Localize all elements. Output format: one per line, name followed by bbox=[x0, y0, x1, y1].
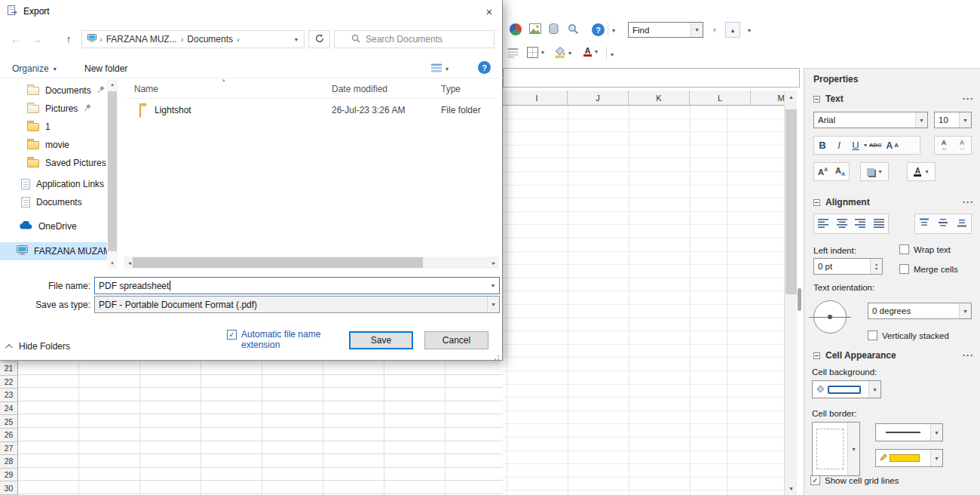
vertically-stacked-checkbox[interactable] bbox=[868, 331, 877, 340]
save-as-type-select[interactable]: PDF - Portable Document Format (.pdf) ▾ bbox=[94, 296, 500, 313]
row-headers[interactable]: 21 22 23 24 25 26 27 28 29 30 bbox=[0, 361, 18, 495]
align-left-icon[interactable] bbox=[818, 218, 828, 230]
italic-button[interactable]: I bbox=[831, 137, 847, 154]
font-color-button[interactable]: A ▾ bbox=[583, 47, 598, 57]
back-button[interactable]: ← bbox=[8, 31, 24, 48]
column-header-name[interactable]: Name bbox=[134, 84, 158, 94]
align-top-icon[interactable] bbox=[920, 218, 929, 229]
tree-item-1[interactable]: 1 bbox=[0, 118, 107, 136]
degrees-combo[interactable]: 0 degrees ▾ bbox=[868, 303, 972, 319]
scroll-right-arrow[interactable]: ▸ bbox=[488, 257, 499, 269]
section-header-alignment[interactable]: Alignment bbox=[813, 197, 870, 208]
collapse-icon[interactable] bbox=[813, 96, 820, 103]
file-row-lightshot[interactable]: Lightshot 26-Jul-23 3:26 AM File folder bbox=[124, 101, 499, 119]
merge-cells-option[interactable]: Merge cells bbox=[899, 264, 958, 274]
dialog-help-icon[interactable]: ? bbox=[478, 61, 491, 74]
merge-cells-checkbox[interactable] bbox=[899, 264, 909, 274]
toolbar-overflow-icon[interactable]: ▾ bbox=[612, 27, 615, 34]
wrap-text-checkbox[interactable] bbox=[899, 244, 909, 254]
zoom-icon[interactable] bbox=[568, 23, 579, 37]
align-bottom-icon[interactable] bbox=[957, 218, 966, 229]
spinner-arrows[interactable]: ▴▾ bbox=[870, 259, 882, 274]
chevron-down-icon[interactable]: ▾ bbox=[930, 424, 942, 441]
freeze-panes-icon[interactable] bbox=[507, 48, 519, 60]
borders-button[interactable]: ▾ bbox=[527, 47, 544, 58]
align-vcenter-icon[interactable] bbox=[939, 218, 948, 229]
find-input[interactable]: Find ▾ bbox=[628, 22, 703, 38]
row-header[interactable]: 25 bbox=[0, 415, 17, 429]
increase-spacing-icon[interactable]: A↔ bbox=[941, 140, 947, 152]
column-header-date-modified[interactable]: Date modified bbox=[332, 84, 387, 94]
show-grid-lines-checkbox[interactable]: ✓ bbox=[810, 475, 820, 485]
vertically-stacked-option[interactable]: Vertically stacked bbox=[868, 331, 949, 340]
sidebar-font-color-button[interactable]: A ▾ bbox=[907, 162, 936, 181]
new-folder-button[interactable]: New folder bbox=[84, 62, 127, 75]
column-header[interactable]: I bbox=[507, 91, 568, 105]
file-name-input[interactable]: PDF spreadsheet ▾ bbox=[94, 277, 500, 294]
border-preset-button[interactable]: ▾ bbox=[812, 422, 860, 476]
chevron-down-icon[interactable]: ▾ bbox=[691, 23, 703, 37]
align-justify-icon[interactable] bbox=[874, 218, 884, 230]
decrease-spacing-icon[interactable]: A↔ bbox=[959, 140, 965, 152]
collapse-icon[interactable] bbox=[813, 199, 820, 206]
more-options-icon[interactable]: ··· bbox=[963, 197, 974, 208]
chevron-down-icon[interactable]: ▾ bbox=[915, 112, 927, 128]
column-header[interactable]: K bbox=[629, 91, 690, 105]
section-header-text[interactable]: Text bbox=[813, 94, 844, 104]
chevron-down-icon[interactable]: ▾ bbox=[930, 450, 942, 466]
indent-spinner[interactable]: 0 pt ▴▾ bbox=[813, 258, 883, 275]
scrollbar-thumb[interactable] bbox=[108, 91, 117, 251]
cell-background-button[interactable]: ▾ bbox=[812, 380, 881, 398]
chevron-down-icon[interactable]: ▾ bbox=[959, 112, 971, 128]
chevron-down-icon[interactable]: ▾ bbox=[847, 423, 859, 475]
font-name-combo[interactable]: Arial ▾ bbox=[813, 112, 928, 128]
search-box[interactable]: Search Documents bbox=[334, 30, 495, 48]
row-header[interactable]: 28 bbox=[0, 455, 17, 469]
tree-item-documents[interactable]: Documents bbox=[0, 81, 107, 100]
gallery-icon[interactable] bbox=[510, 23, 522, 35]
tree-item-onedrive[interactable]: OneDrive bbox=[0, 217, 107, 235]
row-header[interactable]: 24 bbox=[0, 402, 17, 416]
row-header[interactable]: 30 bbox=[0, 481, 17, 495]
line-color-combo[interactable]: ▾ bbox=[875, 449, 943, 467]
list-horizontal-scrollbar[interactable]: ◂ ▸ bbox=[124, 257, 499, 269]
toolbar-overflow-icon[interactable]: ▾ bbox=[611, 51, 614, 58]
line-style-combo[interactable]: ▾ bbox=[875, 423, 943, 441]
subscript-button[interactable]: AA bbox=[835, 166, 845, 177]
more-options-icon[interactable]: ··· bbox=[963, 350, 974, 361]
forward-button[interactable]: → bbox=[29, 31, 45, 48]
column-header-type[interactable]: Type bbox=[441, 84, 461, 94]
font-effects-icon[interactable]: AA bbox=[884, 137, 900, 154]
insert-image-icon[interactable] bbox=[529, 23, 541, 36]
close-button[interactable]: × bbox=[476, 0, 502, 23]
breadcrumb[interactable]: › FARZANA MUZ... › Documents › ▾ bbox=[81, 30, 305, 48]
collapse-icon[interactable] bbox=[813, 352, 820, 359]
chevron-down-icon[interactable]: ▾ bbox=[487, 278, 499, 294]
background-color-button[interactable]: ▾ bbox=[555, 46, 571, 60]
underline-button[interactable]: U bbox=[847, 137, 864, 154]
column-header[interactable]: J bbox=[568, 91, 629, 105]
tree-item-saved-pictures[interactable]: Saved Pictures bbox=[0, 154, 107, 172]
align-right-icon[interactable] bbox=[855, 218, 865, 230]
find-next-button[interactable]: ▴ bbox=[725, 22, 740, 38]
chevron-down-icon[interactable]: ▾ bbox=[487, 297, 499, 312]
scroll-down-arrow[interactable]: ▾ bbox=[785, 482, 798, 495]
address-history-icon[interactable]: ▾ bbox=[292, 36, 301, 43]
more-options-icon[interactable]: ··· bbox=[963, 94, 974, 104]
row-header[interactable]: 26 bbox=[0, 429, 17, 442]
help-icon[interactable]: ? bbox=[592, 23, 605, 36]
row-header[interactable]: 21 bbox=[0, 362, 17, 376]
superscript-button[interactable]: AA bbox=[818, 167, 828, 177]
font-size-combo[interactable]: 10 ▾ bbox=[934, 112, 972, 128]
tree-scrollbar[interactable]: ▴ ▾ bbox=[107, 79, 118, 269]
cell-grid[interactable] bbox=[18, 361, 503, 495]
auto-extension-checkbox[interactable]: ✓ bbox=[227, 330, 237, 340]
column-header[interactable]: L bbox=[690, 91, 751, 105]
scroll-up-arrow[interactable]: ▴ bbox=[785, 91, 798, 103]
cell-grid[interactable] bbox=[503, 106, 784, 495]
row-header[interactable]: 27 bbox=[0, 442, 17, 456]
dialog-titlebar[interactable]: Export bbox=[0, 0, 503, 23]
tree-item-documents-2[interactable]: Documents bbox=[0, 193, 107, 211]
tree-item-this-pc[interactable]: FARZANA MUZAM bbox=[0, 242, 107, 260]
chevron-down-icon[interactable]: ▾ bbox=[959, 303, 971, 318]
